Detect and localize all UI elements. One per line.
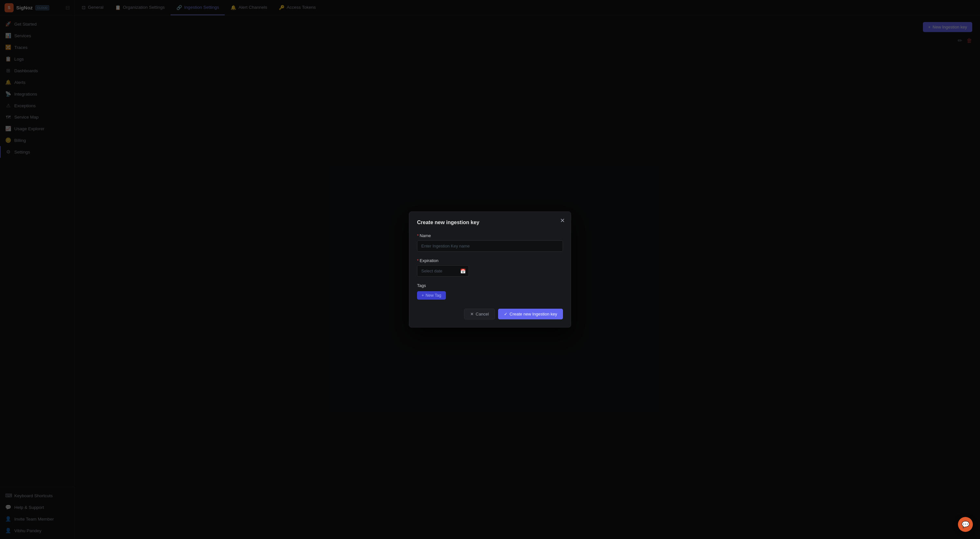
modal-overlay: Create new ingestion key ✕ * Name * Expi… (0, 0, 980, 539)
tags-field: Tags + New Tag (417, 283, 563, 300)
create-ingestion-key-button[interactable]: ✓ Create new Ingestion key (498, 309, 563, 319)
name-field: * Name (417, 233, 563, 252)
expiration-field: * Expiration 📅 (417, 258, 563, 277)
check-icon: ✓ (504, 312, 508, 317)
date-input[interactable] (417, 265, 469, 277)
chat-support-bubble[interactable]: 💬 (958, 517, 973, 532)
name-label-text: Name (420, 233, 431, 238)
create-label: Create new Ingestion key (509, 312, 557, 317)
required-star: * (417, 233, 418, 238)
tags-label: Tags (417, 283, 563, 288)
expiration-label: * Expiration (417, 258, 563, 263)
name-label: * Name (417, 233, 563, 238)
cancel-label: Cancel (476, 312, 489, 317)
new-tag-label: New Tag (425, 293, 441, 298)
new-tag-plus-icon: + (422, 293, 424, 298)
modal-footer: ✕ Cancel ✓ Create new Ingestion key (417, 309, 563, 319)
main-content: ⊡ General 📋 Organization Settings 🔗 Inge… (75, 0, 980, 539)
new-tag-button[interactable]: + New Tag (417, 291, 446, 300)
cancel-button[interactable]: ✕ Cancel (464, 309, 495, 319)
modal-title: Create new ingestion key (417, 220, 563, 225)
create-ingestion-key-modal: Create new ingestion key ✕ * Name * Expi… (409, 211, 571, 328)
modal-close-button[interactable]: ✕ (560, 218, 565, 224)
expiration-label-text: Expiration (420, 258, 438, 263)
cancel-x-icon: ✕ (470, 312, 474, 317)
date-picker-wrapper: 📅 (417, 265, 469, 277)
expiration-required-star: * (417, 258, 418, 263)
name-input[interactable] (417, 240, 563, 252)
